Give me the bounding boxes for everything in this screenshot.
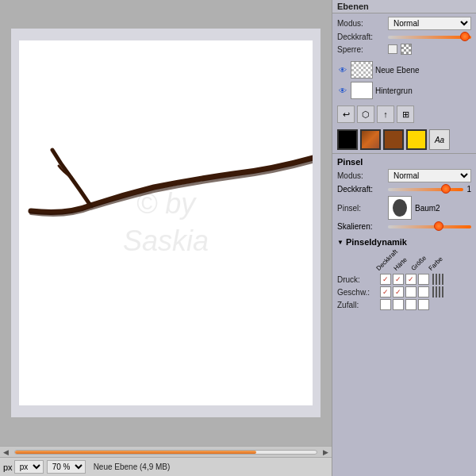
layer-thumbnail-hintergrund (351, 82, 373, 99)
layer-info: Neue Ebene (4,9 MB) (94, 463, 171, 471)
triangle-icon: ▼ (337, 239, 344, 246)
canvas-wrapper: © bySaskia (0, 0, 332, 446)
canvas-content[interactable]: © bySaskia (19, 40, 313, 405)
druck-deckkraft-checkbox[interactable]: ✓ (380, 274, 391, 285)
brush-scale-label: Skalieren: (337, 222, 385, 231)
geschw-checkboxes: ✓ ✓ (380, 286, 429, 298)
layer-name-hintergrund: Hintergrun (375, 86, 413, 95)
brush-section: Pinsel Modus: Normal Deckkraft: 1 Pinse (332, 154, 476, 234)
status-bar: px px 70 % Neue Ebene (4,9 MB) (0, 457, 332, 476)
unit-value: px (3, 463, 13, 472)
svg-point-0 (393, 199, 407, 217)
brush-pinsel-row: Pinsel: Baum2 (337, 196, 471, 220)
panel-toolbar: ↩ ⬡ ↑ ⊞ (332, 102, 476, 126)
canvas-inner: © bySaskia (11, 29, 321, 417)
layers-mode-select[interactable]: Normal (388, 17, 471, 30)
layer-visibility-eye-hintergrund[interactable]: 👁 (337, 85, 348, 96)
zufall-deckkraft-checkbox[interactable] (380, 299, 391, 310)
brush-scale-row: Skalieren: (337, 222, 471, 231)
unit-dropdown[interactable]: px (14, 460, 44, 474)
zufall-checkboxes (380, 299, 429, 310)
wood-swatch[interactable] (360, 129, 381, 150)
geschw-deckkraft-checkbox[interactable]: ✓ (380, 286, 391, 298)
layers-tool-button[interactable]: ⊞ (397, 106, 414, 123)
dynamics-row-zufall: Zufall: (337, 299, 471, 310)
brush-opacity-value: 1 (466, 185, 471, 194)
layer-thumbnail-neue-ebene (351, 61, 373, 79)
druck-farbe-checkbox[interactable] (418, 274, 429, 285)
brush-modus-label: Modus: (337, 171, 385, 180)
brush-controls: Modus: Normal Deckkraft: 1 Pinsel: (337, 169, 471, 231)
brush-scale-thumb (434, 221, 443, 231)
dynamics-header[interactable]: ▼ Pinseldynamik (337, 237, 471, 247)
geschw-label: Geschw.: (337, 288, 377, 297)
canvas-area: © bySaskia (0, 0, 332, 476)
geschw-bar (432, 286, 443, 298)
brown-swatch[interactable] (383, 129, 404, 150)
sperre-label: Sperre: (337, 45, 385, 54)
scrollbar-thumb[interactable] (15, 451, 256, 454)
modus-label: Modus: (337, 19, 385, 28)
zufall-farbe-checkbox[interactable] (418, 299, 429, 310)
geschw-haerte-checkbox[interactable]: ✓ (393, 286, 404, 298)
layer-controls: Modus: Normal Deckkraft: Sperre: (332, 13, 476, 58)
opacity-thumb (460, 32, 470, 41)
brush-deckkraft-label: Deckkraft: (337, 185, 385, 194)
text-tool-button[interactable]: Aa (429, 129, 450, 150)
brush-mode-select[interactable]: Normal (388, 169, 471, 182)
druck-label: Druck: (337, 275, 377, 284)
brush-pinsel-label: Pinsel: (337, 204, 385, 213)
unit-select: px px (3, 460, 44, 474)
zufall-haerte-checkbox[interactable] (393, 299, 404, 310)
yellow-swatch[interactable] (406, 129, 427, 150)
col-farbe: Farbe (416, 248, 441, 272)
geschw-farbe-checkbox[interactable] (418, 286, 429, 298)
brush-modus-row: Modus: Normal (337, 169, 471, 182)
brush-name: Baum2 (415, 204, 440, 213)
layer-name-neue-ebene: Neue Ebene (375, 66, 420, 75)
opacity-slider[interactable] (388, 36, 471, 39)
zoom-dropdown[interactable]: 70 % (47, 460, 86, 474)
lock-alpha-checkbox[interactable] (401, 44, 412, 55)
druck-checkboxes: ✓ ✓ ✓ (380, 274, 429, 285)
layer-item-neue-ebene[interactable]: 👁 Neue Ebene (334, 60, 474, 80)
sperre-row: Sperre: (337, 44, 471, 55)
dynamics-row-druck: Druck: ✓ ✓ ✓ (337, 274, 471, 285)
up-button[interactable]: ↑ (377, 106, 394, 123)
druck-bar (432, 274, 443, 285)
zufall-groesse-checkbox[interactable] (405, 299, 416, 310)
layer-visibility-eye[interactable]: 👁 (337, 64, 348, 75)
druck-groesse-checkbox[interactable]: ✓ (405, 274, 416, 285)
brush-section-label: Pinsel (337, 157, 471, 167)
undo-button[interactable]: ↩ (337, 106, 355, 123)
scroll-left-arrow[interactable]: ◀ (3, 448, 9, 456)
black-swatch[interactable] (337, 129, 358, 150)
right-panel: Ebenen Modus: Normal Deckkraft: Sperre: (332, 0, 476, 476)
dynamics-row-geschw: Geschw.: ✓ ✓ (337, 286, 471, 298)
dynamics-header-label: Pinseldynamik (346, 237, 407, 247)
main-area: © bySaskia (0, 0, 476, 476)
scroll-right-arrow[interactable]: ▶ (323, 448, 328, 456)
redo-button[interactable]: ⬡ (357, 106, 374, 123)
druck-haerte-checkbox[interactable]: ✓ (393, 274, 404, 285)
layer-item-hintergrund[interactable]: 👁 Hintergrun (334, 80, 474, 101)
deckkraft-row: Deckkraft: (337, 33, 471, 41)
zufall-label: Zufall: (337, 301, 377, 309)
deckkraft-label: Deckkraft: (337, 33, 385, 41)
lock-position-checkbox[interactable] (388, 44, 397, 54)
brush-preview[interactable] (388, 196, 412, 220)
brush-deckkraft-row: Deckkraft: 1 (337, 185, 471, 194)
layer-list: 👁 Neue Ebene 👁 Hintergrun (332, 58, 476, 102)
modus-row: Modus: Normal (337, 17, 471, 30)
brush-scale-slider[interactable] (388, 225, 471, 228)
scrollbar-track[interactable] (14, 450, 317, 455)
branch-drawing (19, 40, 313, 405)
brush-opacity-slider[interactable] (388, 188, 463, 191)
layers-section-header: Ebenen (332, 0, 476, 13)
canvas-scrollbar: ◀ ▶ (0, 446, 332, 457)
brush-opacity-thumb (441, 184, 451, 194)
swatch-row: Aa (332, 126, 476, 153)
geschw-groesse-checkbox[interactable] (405, 286, 416, 298)
layers-section: Ebenen Modus: Normal Deckkraft: Sperre: (332, 0, 476, 154)
brush-dynamics-section: ▼ Pinseldynamik Deckkraft Härte Größe Fa… (332, 234, 476, 315)
